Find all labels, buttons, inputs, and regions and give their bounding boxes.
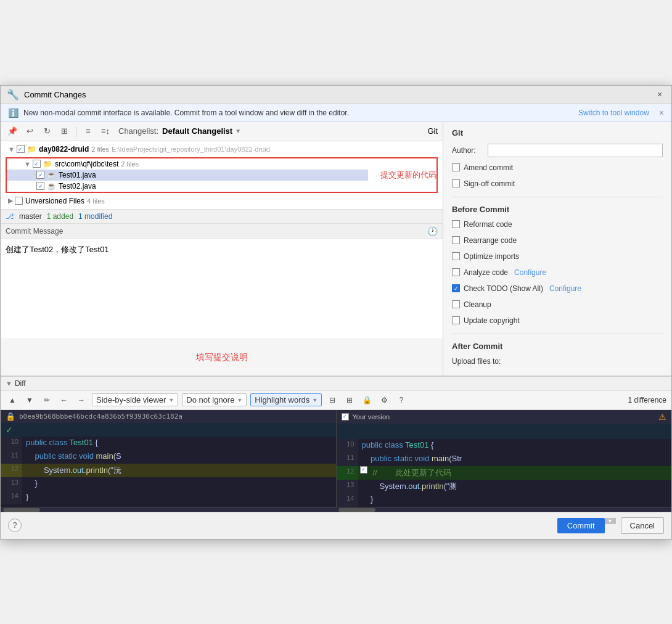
diff-panel-view[interactable]: ⊞	[343, 393, 356, 407]
diff-line-11-left: 11 public static void main(S	[1, 450, 336, 464]
check-todo-label: Check TODO (Show All)	[464, 284, 543, 293]
cancel-button[interactable]: Cancel	[621, 517, 664, 534]
help-button[interactable]: ?	[8, 519, 22, 532]
refresh-button[interactable]: ↻	[40, 125, 54, 138]
commit-dialog: 🔧 Commit Changes × ℹ️ New non-modal comm…	[0, 85, 672, 540]
diff-content: 🔒 b0ea9b568bbbe46bcdc4a836b5f93930c63c18…	[1, 410, 671, 507]
diff-right-panel: ✓ Your version ⚠ 10 public class Test01 …	[337, 410, 672, 507]
unversioned-expand-icon[interactable]: ▶	[8, 197, 13, 205]
root-checkbox[interactable]	[17, 145, 25, 153]
file-item-test02[interactable]: ☕ Test02.java	[7, 181, 368, 192]
unversioned-checkbox[interactable]	[15, 197, 23, 205]
highlight-dropdown-label: Highlight words	[255, 395, 309, 404]
diff-settings-1[interactable]: ⊟	[326, 393, 339, 407]
java-icon-test02: ☕	[47, 182, 56, 191]
changelist-label: Changelist:	[118, 126, 158, 136]
amend-commit-checkbox[interactable]	[452, 163, 460, 171]
root-path: E:\IdeaProjects\git_repository_third01\d…	[112, 146, 270, 153]
cleanup-checkbox[interactable]	[452, 300, 460, 308]
undo-button[interactable]: ↩	[23, 125, 36, 138]
root-name: day0822-druid	[39, 145, 89, 154]
main-content: 📌 ↩ ↻ ⊞ ≡ ≡↕ Changelist: Default Changel…	[1, 122, 671, 376]
subfolder-item[interactable]: ▼ 📁 src\com\qf\jdbc\test 2 files	[7, 158, 436, 170]
update-copyright-row: Update copyright	[452, 315, 663, 326]
unversioned-item[interactable]: ▶ Unversioned Files 4 files	[1, 195, 443, 207]
close-button[interactable]: ×	[654, 89, 665, 100]
optimize-imports-row: Optimize imports	[452, 251, 663, 262]
commit-message-input[interactable]	[1, 239, 443, 338]
upload-row: Upload files to:	[452, 357, 663, 366]
diff-line-13-left: 13 }	[1, 477, 336, 491]
file-test01-checkbox[interactable]	[36, 171, 44, 179]
sort-button[interactable]: ≡	[81, 125, 95, 138]
commit-button-group: Commit ▼	[557, 518, 616, 533]
todo-configure-link[interactable]: Configure	[549, 284, 581, 293]
reformat-code-label: Reformat code	[464, 220, 512, 229]
stat-modified: 1 modified	[78, 212, 112, 221]
diff-collapse-icon[interactable]: ▼	[6, 380, 12, 387]
tree-root-item[interactable]: ▼ 📁 day0822-druid 2 files E:\IdeaProject…	[1, 144, 443, 155]
signoff-commit-checkbox[interactable]	[452, 179, 460, 187]
reformat-code-checkbox[interactable]	[452, 220, 460, 228]
subfolder-checkbox[interactable]	[33, 160, 41, 168]
commit-dropdown-arrow[interactable]: ▼	[605, 518, 616, 524]
optimize-imports-checkbox[interactable]	[452, 252, 460, 260]
highlight-dropdown[interactable]: Highlight words ▼	[250, 393, 322, 406]
file-item-test01[interactable]: ☕ Test01.java	[7, 170, 368, 181]
ignore-dropdown[interactable]: Do not ignore ▼	[182, 393, 247, 406]
diff-left-file-bar: 🔒 b0ea9b568bbbe46bcdc4a836b5f93930c63c18…	[1, 410, 336, 423]
unversioned-name: Unversioned Files	[25, 197, 84, 205]
viewer-dropdown[interactable]: Side-by-side viewer ▼	[92, 393, 178, 406]
diff-gear-button[interactable]: ⚙	[377, 393, 391, 407]
info-close-button[interactable]: ×	[659, 108, 664, 118]
commit-button[interactable]: Commit	[557, 518, 605, 533]
diff-down-button[interactable]: ▼	[23, 393, 36, 407]
diff-line-10-right: 10 public class Test01 {	[337, 439, 672, 453]
commit-button-label: Commit	[567, 521, 595, 530]
diff-up-button[interactable]: ▲	[6, 393, 19, 407]
file-name-test01: Test01.java	[59, 171, 96, 179]
rearrange-code-checkbox[interactable]	[452, 236, 460, 244]
dialog-title: Commit Changes	[24, 90, 649, 99]
subfolder-collapse-icon[interactable]: ▼	[24, 160, 31, 168]
check-todo-checkbox[interactable]	[452, 284, 460, 292]
toolbar: 📌 ↩ ↻ ⊞ ≡ ≡↕ Changelist: Default Changel…	[1, 122, 443, 141]
diff-left-scrollbar[interactable]	[1, 507, 336, 512]
analyze-configure-link[interactable]: Configure	[514, 268, 546, 277]
analyze-code-checkbox[interactable]	[452, 268, 460, 276]
status-bar: ⎇ master 1 added 1 modified	[1, 209, 443, 223]
update-copyright-checkbox[interactable]	[452, 316, 460, 324]
info-message: New non-modal commit interface is availa…	[23, 109, 573, 117]
file-test02-checkbox[interactable]	[36, 182, 44, 190]
diff-edit-button[interactable]: ✏	[40, 393, 54, 407]
signoff-commit-label: Sign-off commit	[464, 179, 515, 188]
diff-line-12-left: 12 System.out.println("沅	[1, 464, 336, 477]
diff-right-file-bar: ✓ Your version ⚠	[337, 410, 672, 424]
git-section-label: Git	[452, 128, 663, 138]
java-icon-test01: ☕	[47, 171, 56, 179]
diff-left-panel: 🔒 b0ea9b568bbbe46bcdc4a836b5f93930c63c18…	[1, 410, 337, 507]
subfolder-name: src\com\qf\jdbc\test	[55, 160, 118, 168]
diff-right-scrollbar[interactable]	[336, 507, 671, 512]
diff-line-12-right: 12 ✓ // 此处更新了代码	[337, 466, 672, 480]
group-button[interactable]: ≡↕	[99, 125, 112, 138]
root-collapse-icon[interactable]: ▼	[8, 146, 15, 153]
pin-button[interactable]: 📌	[6, 125, 19, 138]
upload-label: Upload files to:	[452, 357, 501, 366]
diff-right-status-row	[337, 424, 672, 439]
switch-to-tool-window-link[interactable]: Switch to tool window	[578, 109, 649, 117]
diff-line-14-right: 14 }	[337, 493, 672, 507]
rearrange-code-label: Rearrange code	[464, 236, 517, 245]
author-input[interactable]	[488, 144, 663, 157]
diff-right-checkbox[interactable]: ✓	[342, 413, 349, 421]
diff-button[interactable]: ⊞	[57, 125, 71, 138]
diff-line-12-checkbox[interactable]: ✓	[360, 466, 367, 474]
reformat-code-row: Reformat code	[452, 219, 663, 230]
diff-help-button[interactable]: ?	[395, 393, 408, 407]
before-commit-label: Before Commit	[452, 205, 663, 214]
diff-forward-button[interactable]: →	[75, 393, 88, 407]
amend-commit-row: Amend commit	[452, 162, 663, 173]
diff-lock-button[interactable]: 🔒	[360, 393, 374, 407]
diff-back-button[interactable]: ←	[57, 393, 71, 407]
changelist-dropdown[interactable]: Default Changelist ▼	[162, 126, 241, 136]
